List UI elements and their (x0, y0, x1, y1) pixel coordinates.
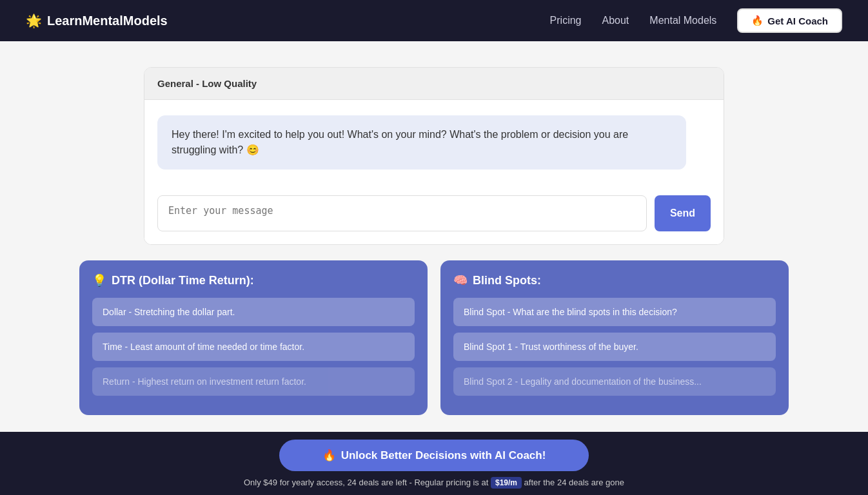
card-blind-title: 🧠 Blind Spots: (453, 273, 776, 287)
cards-section: 💡 DTR (Dollar Time Return): Dollar - Str… (79, 260, 789, 415)
unlock-label: Unlock Better Decisions with AI Coach! (341, 449, 546, 462)
dtr-icon: 💡 (92, 273, 106, 287)
nav-about[interactable]: About (602, 15, 629, 26)
chat-input-row: Send (144, 185, 724, 244)
promo-before: Only $49 for yearly access, 24 deals are… (244, 478, 491, 487)
brand-name: LearnMentalModels (47, 14, 168, 28)
nav-links: Pricing About Mental Models 🔥 Get AI Coa… (550, 8, 842, 33)
card-blind-spots: 🧠 Blind Spots: Blind Spot - What are the… (440, 260, 789, 415)
dtr-title-text: DTR (Dollar Time Return): (112, 274, 254, 287)
nav-mental-models[interactable]: Mental Models (649, 15, 716, 26)
brand-logo[interactable]: 🌟 LearnMentalModels (26, 13, 168, 28)
get-ai-coach-button[interactable]: 🔥 Get AI Coach (737, 8, 842, 33)
blind-item-1[interactable]: Blind Spot 1 - Trust worthiness of the b… (453, 333, 776, 361)
chat-container: General - Low Quality Hey there! I'm exc… (144, 67, 724, 245)
dtr-item-dollar[interactable]: Dollar - Stretching the dollar part. (92, 298, 415, 326)
blind-title-text: Blind Spots: (473, 274, 541, 287)
blind-item-0[interactable]: Blind Spot - What are the blind spots in… (453, 298, 776, 326)
chat-header: General - Low Quality (144, 68, 724, 100)
dtr-item-return[interactable]: Return - Highest return on investment re… (92, 367, 415, 396)
send-button[interactable]: Send (655, 195, 711, 231)
nav-pricing[interactable]: Pricing (550, 15, 582, 26)
chat-message-area: Hey there! I'm excited to help you out! … (144, 100, 724, 185)
chat-input[interactable] (157, 195, 647, 231)
card-dtr: 💡 DTR (Dollar Time Return): Dollar - Str… (79, 260, 428, 415)
card-dtr-title: 💡 DTR (Dollar Time Return): (92, 273, 415, 287)
unlock-icon: 🔥 (322, 449, 336, 462)
blind-item-2[interactable]: Blind Spot 2 - Legality and documentatio… (453, 367, 776, 396)
brand-icon: 🌟 (26, 13, 42, 28)
price-badge: $19/m (491, 477, 522, 489)
main-content: General - Low Quality Hey there! I'm exc… (0, 41, 868, 432)
chat-bubble: Hey there! I'm excited to help you out! … (157, 115, 686, 170)
bottom-bar: 🔥 Unlock Better Decisions with AI Coach!… (0, 432, 868, 495)
promo-after: after the 24 deals are gone (522, 478, 624, 487)
ai-coach-label: Get AI Coach (767, 15, 828, 26)
navbar: 🌟 LearnMentalModels Pricing About Mental… (0, 0, 868, 41)
blind-icon: 🧠 (453, 273, 468, 287)
unlock-button[interactable]: 🔥 Unlock Better Decisions with AI Coach! (279, 440, 589, 471)
dtr-item-time[interactable]: Time - Least amount of time needed or ti… (92, 333, 415, 361)
promo-text: Only $49 for yearly access, 24 deals are… (244, 478, 624, 487)
ai-coach-icon: 🔥 (751, 15, 764, 26)
